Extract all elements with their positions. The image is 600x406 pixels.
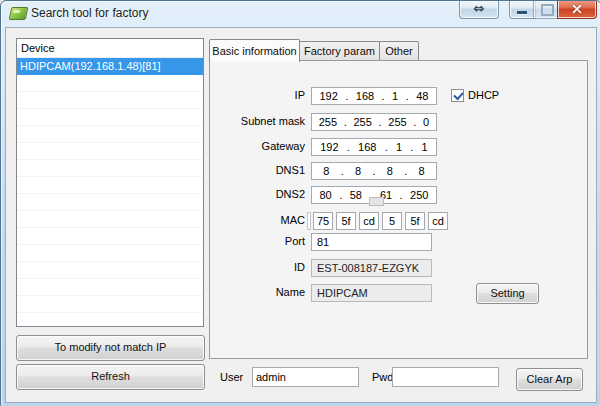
ip-octet: 80 — [319, 189, 331, 201]
title-bar: Search tool for factory ⇔ — [1, 1, 600, 27]
mac-byte-input[interactable]: 5 — [382, 212, 402, 230]
dot: . — [379, 116, 382, 128]
mac-byte-input[interactable]: 5f — [405, 212, 425, 230]
close-button[interactable] — [557, 0, 597, 19]
ip-octet: 0 — [423, 116, 429, 128]
app-icon[interactable] — [9, 7, 29, 20]
dot: . — [345, 90, 348, 102]
mac-row: MAC 75 5f cd 5 5f cd — [210, 212, 587, 230]
port-label: Port — [210, 235, 305, 247]
clear-arp-button[interactable]: Clear Arp — [516, 368, 583, 391]
device-list-item[interactable]: HDIPCAM(192.168.1.48)[81] — [17, 58, 203, 75]
dot: . — [400, 189, 403, 201]
ip-octet: 168 — [358, 141, 376, 153]
dot: . — [406, 90, 409, 102]
name-label: Name — [210, 286, 305, 298]
subnet-label: Subnet mask — [210, 115, 305, 127]
id-value-box: EST-008187-EZGYK — [311, 259, 432, 277]
ip-row: IP 192.168.1.48 — [210, 87, 587, 105]
user-label: User — [220, 371, 243, 383]
tab-factory-param[interactable]: Factory param — [299, 41, 380, 61]
ip-octet: 1 — [396, 141, 402, 153]
dhcp-label: DHCP — [468, 89, 499, 101]
ip-octet: 58 — [350, 189, 362, 201]
dot: . — [410, 141, 413, 153]
window-title: Search tool for factory — [31, 6, 148, 20]
basic-information-panel: IP 192.168.1.48 DHCP Subnet mask 255.255… — [209, 60, 588, 359]
name-value-box: HDIPCAM — [311, 284, 432, 302]
modify-ip-button[interactable]: To modify not match IP — [16, 335, 205, 361]
minimize-button[interactable] — [509, 0, 536, 19]
dhcp-field: DHCP — [451, 88, 499, 102]
device-list-header: Device — [17, 39, 203, 58]
ip-octet: 255 — [319, 116, 337, 128]
dns2-row: DNS2 80.58.61.250 — [210, 186, 587, 204]
gateway-input[interactable]: 192.168.1.1 — [311, 138, 437, 156]
ip-label: IP — [210, 89, 305, 101]
mac-label: MAC — [210, 214, 305, 226]
id-label: ID — [210, 261, 305, 273]
dot: . — [385, 141, 388, 153]
ip-octet: 250 — [410, 189, 428, 201]
dot: . — [404, 165, 407, 177]
dhcp-checkbox[interactable] — [451, 89, 464, 102]
ip-octet: 1 — [392, 90, 398, 102]
dot: . — [347, 141, 350, 153]
ip-octet: 255 — [353, 116, 371, 128]
ip-octet: 192 — [320, 141, 338, 153]
tab-other[interactable]: Other — [379, 41, 419, 61]
pwd-input[interactable] — [392, 367, 499, 387]
ip-octet: 168 — [356, 90, 374, 102]
mac-byte-input[interactable]: cd — [359, 212, 379, 230]
gateway-label: Gateway — [210, 140, 305, 152]
id-row: ID EST-008187-EZGYK — [210, 259, 587, 277]
app-window: Search tool for factory ⇔ Device HDIPCAM… — [0, 0, 600, 406]
ip-octet: 48 — [416, 90, 428, 102]
device-list: HDIPCAM(192.168.1.48)[81] — [17, 58, 203, 326]
dns2-label: DNS2 — [210, 188, 305, 200]
gateway-row: Gateway 192.168.1.1 — [210, 138, 587, 156]
ip-octet: 8 — [419, 165, 425, 177]
dot: . — [341, 165, 344, 177]
mac-box-fragment — [307, 212, 311, 230]
setting-button[interactable]: Setting — [476, 283, 539, 304]
ip-octet: 8 — [387, 165, 393, 177]
tab-basic-information[interactable]: Basic information — [209, 39, 300, 62]
port-row: Port 81 — [210, 233, 587, 251]
user-input[interactable] — [252, 367, 359, 387]
ip-input[interactable]: 192.168.1.48 — [311, 87, 437, 105]
dot: . — [344, 116, 347, 128]
ip-octet: 1 — [422, 141, 428, 153]
device-list-panel: Device HDIPCAM(192.168.1.48)[81] — [16, 38, 204, 327]
dot: . — [339, 189, 342, 201]
dns1-label: DNS1 — [210, 164, 305, 176]
dns1-input[interactable]: 8.8.8.8 — [311, 162, 437, 180]
ip-octet: 192 — [319, 90, 337, 102]
ip-octet: 8 — [355, 165, 361, 177]
maximize-button[interactable] — [533, 0, 560, 19]
dot: . — [413, 116, 416, 128]
dot: . — [382, 90, 385, 102]
minimize-icon — [517, 11, 527, 14]
dot: . — [372, 165, 375, 177]
subnet-input[interactable]: 255.255.255.0 — [311, 113, 437, 131]
swap-window-button[interactable]: ⇔ — [459, 0, 499, 19]
ip-octet: 8 — [323, 165, 329, 177]
mac-byte-input[interactable]: cd — [428, 212, 448, 230]
subnet-row: Subnet mask 255.255.255.0 — [210, 113, 587, 131]
mac-inputs: 75 5f cd 5 5f cd — [307, 212, 451, 230]
port-input[interactable]: 81 — [311, 233, 432, 251]
client-area: Device HDIPCAM(192.168.1.48)[81] To modi… — [5, 27, 597, 403]
maximize-icon — [541, 4, 554, 16]
mac-byte-input[interactable]: 75 — [313, 212, 333, 230]
dns1-row: DNS1 8.8.8.8 — [210, 162, 587, 180]
ip-octet: 255 — [388, 116, 406, 128]
spinner-artifact — [369, 197, 384, 206]
check-icon — [453, 89, 463, 100]
mac-byte-input[interactable]: 5f — [336, 212, 356, 230]
refresh-button[interactable]: Refresh — [16, 364, 205, 390]
double-arrow-icon: ⇔ — [460, 0, 498, 17]
pwd-label: Pwd — [372, 371, 393, 383]
